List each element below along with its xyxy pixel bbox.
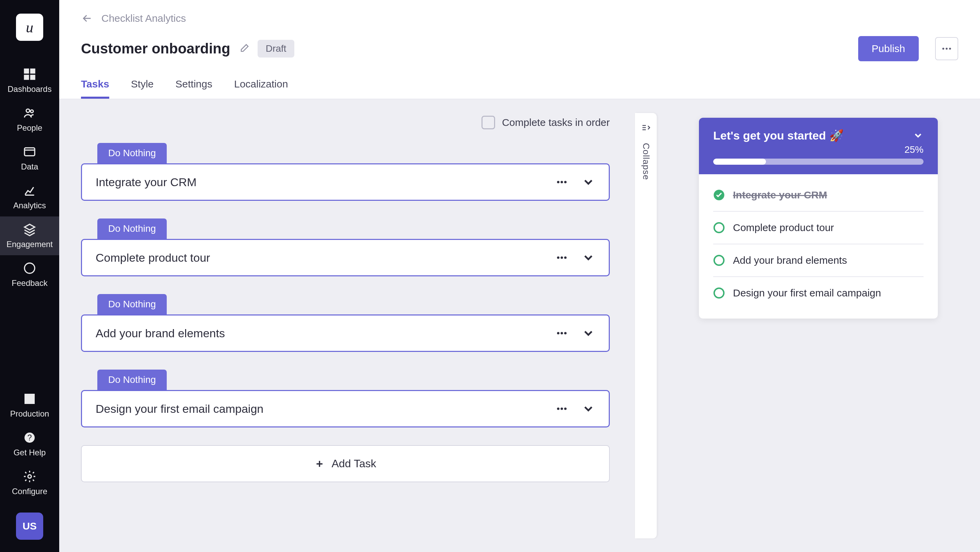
app-logo: u <box>16 14 43 41</box>
svg-point-22 <box>949 48 951 50</box>
svg-point-20 <box>942 48 944 50</box>
preview-item-label: Design your first email campaign <box>733 287 881 299</box>
sidebar-item-label: Data <box>21 162 38 172</box>
editor-column: Complete tasks in order Do Nothing Integ… <box>59 99 657 552</box>
svg-point-19 <box>28 475 31 478</box>
svg-point-33 <box>560 407 563 410</box>
svg-point-31 <box>564 332 566 334</box>
breadcrumb[interactable]: Checklist Analytics <box>81 12 958 24</box>
svg-point-38 <box>714 288 724 298</box>
order-label: Complete tasks in order <box>502 117 610 128</box>
collapse-label: Collapse <box>641 143 651 180</box>
svg-rect-0 <box>24 69 29 73</box>
task-block: Do Nothing Design your first email campa… <box>81 370 610 428</box>
circle-icon <box>713 222 725 234</box>
tab-style[interactable]: Style <box>131 78 154 99</box>
progress-fill <box>713 159 766 165</box>
sidebar-item-help[interactable]: ? Get Help <box>0 425 59 463</box>
sidebar-item-analytics[interactable]: Analytics <box>0 178 59 216</box>
task-tag[interactable]: Do Nothing <box>97 143 167 163</box>
task-block: Do Nothing Integrate your CRM <box>81 143 610 201</box>
sidebar-item-label: People <box>17 123 43 133</box>
order-checkbox[interactable] <box>482 116 495 129</box>
sidebar-item-people[interactable]: People <box>0 100 59 139</box>
preview-item[interactable]: Design your first email campaign <box>713 277 924 309</box>
sidebar-item-label: Get Help <box>14 448 46 457</box>
people-icon <box>23 106 37 120</box>
complete-in-order-row: Complete tasks in order <box>81 116 610 129</box>
sidebar-item-feedback[interactable]: Feedback <box>0 255 59 294</box>
task-more-icon[interactable] <box>556 402 568 415</box>
svg-point-4 <box>26 109 30 112</box>
svg-point-23 <box>557 181 559 183</box>
editor-scroll[interactable]: Complete tasks in order Do Nothing Integ… <box>59 99 635 552</box>
sidebar-item-configure[interactable]: Configure <box>0 463 59 502</box>
add-task-label: Add Task <box>331 457 376 470</box>
tab-settings[interactable]: Settings <box>176 78 212 99</box>
progress-bar <box>713 159 924 165</box>
publish-button[interactable]: Publish <box>858 36 919 61</box>
preview-item-label: Add your brand elements <box>733 255 847 266</box>
task-title: Design your first email campaign <box>95 402 263 415</box>
svg-point-25 <box>564 181 566 183</box>
preview-item[interactable]: Complete product tour <box>713 212 924 244</box>
svg-point-27 <box>560 256 563 259</box>
edit-icon[interactable] <box>239 43 250 54</box>
task-title: Integrate your CRM <box>95 176 197 189</box>
task-card[interactable]: Complete product tour <box>81 239 610 276</box>
chevron-down-icon[interactable] <box>582 402 595 415</box>
sidebar-item-dashboards[interactable]: Dashboards <box>0 61 59 100</box>
tab-tasks[interactable]: Tasks <box>81 78 109 99</box>
svg-point-26 <box>557 256 559 259</box>
task-title: Add your brand elements <box>95 327 225 340</box>
sidebar-item-label: Engagement <box>6 240 53 249</box>
task-card[interactable]: Add your brand elements <box>81 315 610 352</box>
collapse-rail[interactable]: Collapse <box>635 113 657 538</box>
svg-point-34 <box>564 407 566 410</box>
svg-rect-8 <box>25 395 27 397</box>
tab-localization[interactable]: Localization <box>234 78 288 99</box>
chevron-down-icon[interactable] <box>582 326 595 340</box>
list-collapse-icon <box>641 122 651 133</box>
chevron-down-icon[interactable] <box>582 175 595 189</box>
gear-icon <box>23 470 37 483</box>
svg-point-5 <box>30 110 33 113</box>
sidebar-item-data[interactable]: Data <box>0 139 59 178</box>
svg-rect-10 <box>32 395 34 397</box>
preview-item[interactable]: Integrate your CRM <box>713 179 924 212</box>
task-more-icon[interactable] <box>556 251 568 264</box>
avatar[interactable]: US <box>16 512 43 540</box>
svg-rect-15 <box>29 401 31 404</box>
chevron-down-icon[interactable] <box>582 251 595 264</box>
sidebar: u Dashboards People Data Analytics Engag… <box>0 0 59 552</box>
dots-icon <box>941 43 953 54</box>
task-card[interactable]: Design your first email campaign <box>81 390 610 428</box>
more-menu-button[interactable] <box>935 37 958 60</box>
preview-card: Let's get you started 🚀 25% Integrate yo… <box>699 118 938 318</box>
task-more-icon[interactable] <box>556 176 568 188</box>
task-more-icon[interactable] <box>556 327 568 339</box>
svg-rect-11 <box>25 398 27 400</box>
body: Complete tasks in order Do Nothing Integ… <box>59 99 980 552</box>
task-tag[interactable]: Do Nothing <box>97 370 167 390</box>
sidebar-item-engagement[interactable]: Engagement <box>0 216 59 255</box>
task-title: Complete product tour <box>95 251 210 264</box>
engagement-icon <box>23 223 37 236</box>
sidebar-item-production[interactable]: Production <box>0 386 59 425</box>
preview-list: Integrate your CRM Complete product tour… <box>699 174 938 318</box>
preview-item[interactable]: Add your brand elements <box>713 244 924 277</box>
sidebar-item-label: Feedback <box>11 278 47 288</box>
task-card[interactable]: Integrate your CRM <box>81 163 610 201</box>
svg-rect-6 <box>24 148 35 156</box>
svg-point-29 <box>557 332 559 334</box>
add-task-button[interactable]: Add Task <box>81 445 610 482</box>
task-tag[interactable]: Do Nothing <box>97 218 167 239</box>
svg-point-37 <box>714 256 724 265</box>
chevron-down-icon[interactable] <box>913 130 924 141</box>
svg-rect-16 <box>32 401 34 404</box>
header: Checklist Analytics Customer onboarding … <box>59 0 980 99</box>
task-tag[interactable]: Do Nothing <box>97 294 167 315</box>
svg-text:?: ? <box>27 433 32 442</box>
plus-icon <box>314 459 325 469</box>
back-arrow-icon[interactable] <box>81 12 93 24</box>
